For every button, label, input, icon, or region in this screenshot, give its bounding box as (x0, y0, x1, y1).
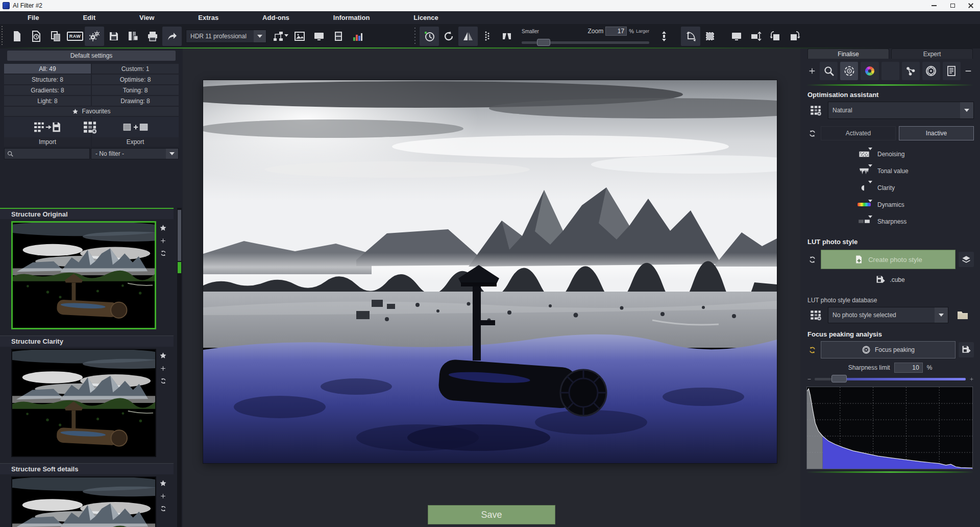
raw-import-button[interactable]: RAW (65, 27, 85, 46)
colour-space-tool-button[interactable] (881, 62, 899, 80)
preset-thumbnail-structure-soft-details[interactable] (11, 476, 156, 527)
menu-view[interactable]: View (139, 14, 154, 21)
opt-item-denoising[interactable]: Denoising (806, 146, 974, 162)
flip-horizontal-button[interactable] (458, 27, 478, 46)
focus-peaking-button[interactable]: Focus peaking (821, 341, 955, 358)
print-button[interactable] (143, 27, 162, 46)
export-button[interactable] (92, 117, 179, 137)
fit-view-button[interactable] (654, 27, 674, 46)
preset-search-input[interactable] (4, 148, 90, 159)
sharpness-slider-handle[interactable] (831, 375, 847, 382)
category-structure[interactable]: Structure: 8 (4, 75, 91, 84)
project-preset-dropdown[interactable]: HDR 11 professional (186, 30, 266, 43)
opt-item-clarity[interactable]: Clarity (806, 179, 974, 196)
menu-information[interactable]: Information (333, 14, 370, 21)
opt-item-tonal-value[interactable]: Tonal value (806, 162, 974, 179)
save-file-button[interactable] (104, 27, 124, 46)
rotate-left-button[interactable] (766, 27, 785, 46)
favourites-button[interactable]: Favourites (4, 107, 179, 116)
menu-extras[interactable]: Extras (198, 14, 218, 21)
favourite-star-icon[interactable] (159, 352, 167, 360)
refresh-preset-icon[interactable] (160, 250, 167, 257)
lut-refresh-button[interactable] (806, 255, 818, 264)
rotate-canvas-button[interactable] (681, 27, 700, 46)
batch-save-button[interactable] (124, 27, 143, 46)
menu-licence[interactable]: Licence (413, 14, 438, 21)
optimisation-refresh-button[interactable] (806, 129, 818, 138)
add-preset-icon[interactable] (160, 365, 166, 372)
import-button[interactable] (4, 117, 91, 137)
resize-button[interactable] (746, 27, 766, 46)
inactive-toggle[interactable]: Inactive (899, 126, 974, 140)
import-copy-button[interactable] (46, 27, 65, 46)
workflow-button[interactable] (271, 27, 290, 46)
node-tool-button[interactable] (902, 62, 920, 80)
lut-grid-button[interactable] (806, 307, 825, 323)
timer-button[interactable] (420, 27, 439, 46)
category-light[interactable]: Light: 8 (4, 96, 91, 106)
style-preview-button[interactable] (959, 252, 974, 267)
category-optimise[interactable]: Optimise: 8 (92, 75, 179, 84)
slider-minus-icon[interactable] (806, 377, 812, 381)
zoom-slider[interactable] (522, 41, 649, 44)
colour-wheel-tool-button[interactable] (861, 62, 878, 80)
tab-finalise[interactable]: Finalise (807, 49, 889, 59)
magnifier-tool-button[interactable] (820, 62, 838, 80)
category-drawing[interactable]: Drawing: 8 (92, 96, 179, 106)
histogram-button[interactable] (348, 27, 368, 46)
focus-refresh-button[interactable] (806, 346, 818, 354)
opt-item-sharpness[interactable]: Sharpness (806, 213, 974, 230)
sharpness-slider[interactable] (815, 378, 966, 380)
compare-dots-button[interactable] (478, 27, 497, 46)
menu-file[interactable]: File (28, 14, 39, 21)
close-button[interactable] (962, 0, 980, 11)
add-tool-button[interactable] (806, 67, 817, 75)
preset-thumbnail-structure-clarity[interactable] (11, 349, 156, 457)
preset-browser-button[interactable] (82, 119, 102, 135)
category-toning[interactable]: Toning: 8 (92, 85, 179, 95)
category-all[interactable]: All: 49 (4, 64, 91, 74)
split-view-button[interactable] (497, 27, 517, 46)
favourite-star-icon[interactable] (159, 480, 167, 487)
activated-toggle[interactable]: Activated (821, 126, 896, 140)
menu-edit[interactable]: Edit (83, 14, 95, 21)
new-file-button[interactable] (7, 27, 27, 46)
zoom-slider-handle[interactable] (537, 39, 550, 46)
lut-database-dropdown[interactable]: No photo style selected (828, 307, 948, 323)
filter-dropdown[interactable]: - No filter - (91, 148, 179, 159)
recalculate-button[interactable] (439, 27, 458, 46)
export-share-button[interactable] (162, 27, 182, 46)
add-preset-icon[interactable] (160, 493, 166, 499)
minimize-button[interactable] (925, 0, 943, 11)
zoom-input[interactable] (605, 27, 627, 36)
tab-expert[interactable]: Expert (891, 49, 973, 59)
refresh-preset-icon[interactable] (160, 505, 167, 512)
screen-view-button[interactable] (727, 27, 746, 46)
preset-grid-button[interactable] (806, 103, 825, 118)
preset-thumbnail-structure-original[interactable] (11, 221, 156, 329)
open-lut-folder-button[interactable] (951, 307, 974, 323)
filmstrip-button[interactable] (329, 27, 348, 46)
favourite-star-icon[interactable] (159, 224, 167, 232)
create-photo-style-button[interactable]: Create photo style (821, 250, 955, 269)
save-analysis-button[interactable] (959, 342, 974, 357)
remove-tool-button[interactable] (963, 67, 974, 75)
add-preset-icon[interactable] (160, 237, 166, 244)
preset-list-scrollbar[interactable] (177, 208, 182, 527)
export-image-button[interactable] (290, 27, 309, 46)
sharpness-limit-input[interactable] (894, 363, 923, 373)
optimisation-tool-button[interactable] (840, 62, 858, 80)
refresh-preset-icon[interactable] (160, 377, 167, 385)
opt-item-dynamics[interactable]: Dynamics (806, 196, 974, 213)
slideshow-button[interactable] (309, 27, 329, 46)
open-recent-button[interactable] (27, 27, 46, 46)
category-gradients[interactable]: Gradients: 8 (4, 85, 91, 95)
optimisation-preset-dropdown[interactable]: Natural (828, 102, 974, 119)
save-button[interactable]: Save (428, 505, 555, 524)
report-tool-button[interactable] (943, 62, 961, 80)
maximize-button[interactable] (943, 0, 962, 11)
aperture-tool-button[interactable] (922, 62, 940, 80)
default-settings-button[interactable]: Default settings (7, 51, 176, 61)
main-preview-image[interactable] (203, 80, 777, 463)
filter-settings-button[interactable] (85, 27, 104, 46)
